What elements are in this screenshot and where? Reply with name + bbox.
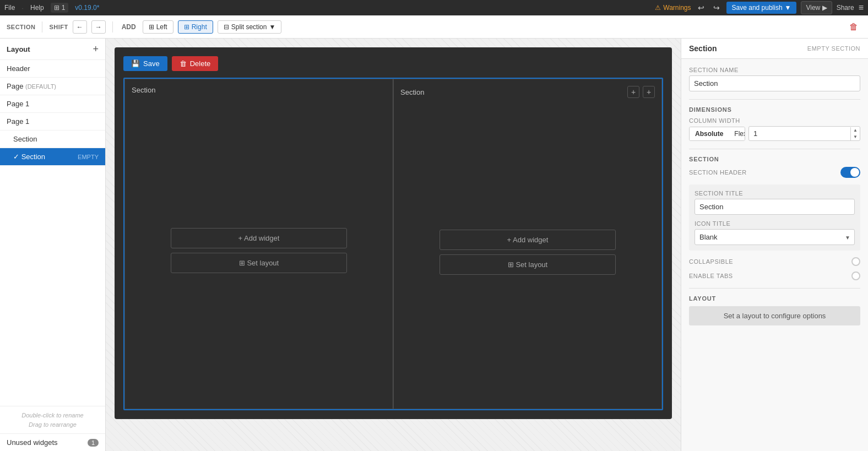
right-section-add-plus2[interactable]: + [643, 86, 655, 98]
sidebar-items: Header Page (DEFAULT) Page 1 Page 1 Sect… [0, 60, 105, 406]
sidebar-item-page1[interactable]: Page 1 [0, 95, 105, 113]
section-name-label: SECTION NAME [689, 67, 860, 73]
right-button[interactable]: ⊞ Right [178, 20, 213, 34]
right-panel-header: Section EMPTY SECTION [681, 39, 868, 59]
redo-button[interactable]: ↪ [711, 2, 722, 13]
left-add-widget-button[interactable]: + Add widget [171, 228, 347, 248]
column-width-down[interactable]: ▼ [851, 134, 860, 140]
section-title-label: SECTION TITLE [695, 190, 855, 197]
canvas-delete-button[interactable]: 🗑 Delete [172, 56, 219, 71]
left-section-col: Section + Add widget ⊞ Set layout [124, 79, 393, 409]
share-button[interactable]: Share [837, 4, 854, 12]
column-width-toggle: Absolute Flex [689, 127, 745, 141]
left-section-label: Section [132, 86, 155, 94]
column-width-input[interactable] [749, 127, 850, 140]
save-publish-button[interactable]: Save and publish ▼ [726, 2, 797, 14]
prev-section-button[interactable]: ← [73, 20, 87, 34]
hint-rename: Double-click to rename [7, 411, 99, 420]
right-section-add-plus[interactable]: + [627, 86, 639, 98]
section-header-label: SECTION HEADER [689, 169, 747, 176]
next-section-button[interactable]: → [91, 20, 106, 34]
right-set-layout-button[interactable]: ⊞ Set layout [440, 254, 616, 275]
right-panel-subtitle: EMPTY SECTION [807, 45, 860, 52]
left-section-header: Section [132, 86, 386, 94]
layout-configure-button[interactable]: Set a layout to configure options [689, 306, 860, 325]
right-section-col: Section + + + Add widget ⊞ Set layout [393, 79, 662, 409]
right-section-widgets: + Add widget ⊞ Set layout [400, 102, 655, 402]
section-block: SECTION SECTION HEADER SECTION TITLE [689, 149, 860, 280]
undo-button[interactable]: ↩ [696, 2, 707, 13]
unused-count-badge: 1 [88, 439, 99, 447]
flex-button[interactable]: Flex [729, 127, 745, 140]
view-button[interactable]: View ▶ [801, 1, 832, 14]
right-section-label: Section [400, 88, 424, 96]
dimensions-block: DIMENSIONS COLUMN WIDTH Absolute Flex ▲ … [689, 99, 860, 141]
left-button[interactable]: ⊞ Left [143, 20, 173, 34]
section-title-input[interactable] [695, 199, 855, 215]
right-panel-title: Section [689, 44, 717, 53]
version-label: v0.19.0* [75, 4, 99, 12]
section-toolbar-label: SECTION [7, 24, 35, 30]
sidebar-header: Layout + [0, 39, 105, 60]
enable-tabs-label: ENABLE TABS [689, 273, 733, 279]
toolbar-divider-2 [112, 21, 113, 32]
sidebar-footer: Double-click to rename Drag to rearrange [0, 406, 105, 433]
icon-title-select[interactable]: Blank [695, 229, 855, 245]
collapsible-radio[interactable] [851, 257, 860, 266]
canvas-container: 💾 Save 🗑 Delete Section + Add widget ⊞ S [115, 47, 672, 419]
sidebar: Layout + Header Page (DEFAULT) Page 1 Pa… [0, 39, 106, 451]
shift-label: SHIFT [49, 24, 68, 30]
main-layout: Layout + Header Page (DEFAULT) Page 1 Pa… [0, 39, 868, 451]
add-layout-button[interactable]: + [93, 44, 99, 54]
column-width-label: COLUMN WIDTH [689, 117, 860, 124]
canvas-save-button[interactable]: 💾 Save [123, 56, 167, 71]
right-panel-body: SECTION NAME DIMENSIONS COLUMN WIDTH Abs… [681, 59, 868, 333]
sidebar-item-page-default[interactable]: Page (DEFAULT) [0, 78, 105, 95]
left-section-widgets: + Add widget ⊞ Set layout [132, 99, 386, 402]
absolute-button[interactable]: Absolute [690, 127, 729, 140]
delete-section-button[interactable]: 🗑 [846, 20, 861, 34]
section-block-label: SECTION [689, 156, 860, 162]
sidebar-title: Layout [7, 45, 30, 53]
section-name-input[interactable] [689, 75, 860, 91]
help-menu[interactable]: Help [30, 4, 44, 12]
sidebar-item-page1-sub[interactable]: Page 1 [0, 113, 105, 131]
section-name-block: SECTION NAME [689, 67, 860, 91]
column-width-up[interactable]: ▲ [851, 127, 860, 134]
split-icon: ⊟ [224, 23, 229, 31]
split-section-button[interactable]: ⊟ Split section ▼ [218, 20, 282, 34]
left-icon: ⊞ [149, 23, 154, 31]
top-bar: File · Help ⊞ 1 v0.19.0* ⚠ Warnings ↩ ↪ … [0, 0, 868, 15]
section-empty-badge: EMPTY [78, 154, 99, 160]
menu-button[interactable]: ≡ [859, 3, 864, 13]
delete-icon: 🗑 [180, 59, 187, 68]
sidebar-item-header[interactable]: Header [0, 60, 105, 78]
sidebar-unused-widgets[interactable]: Unused widgets 1 [0, 433, 105, 451]
add-label: ADD [120, 23, 138, 31]
layout-block-label: LAYOUT [689, 295, 860, 302]
enable-tabs-radio[interactable] [851, 271, 860, 280]
sidebar-item-section[interactable]: Section [0, 131, 105, 148]
section-config-inset: SECTION TITLE ICON TITLE Blank [689, 184, 860, 251]
layout-block: LAYOUT Set a layout to configure options [689, 288, 860, 325]
right-section-header: Section + + [400, 86, 655, 98]
collapsible-label: COLLAPSIBLE [689, 258, 733, 265]
right-add-widget-button[interactable]: + Add widget [440, 230, 616, 250]
left-set-layout-button[interactable]: ⊞ Set layout [171, 253, 347, 273]
save-icon: 💾 [131, 59, 140, 68]
pages-indicator: ⊞ 1 [51, 3, 69, 13]
sections-row: Section + Add widget ⊞ Set layout Sectio… [123, 78, 663, 410]
file-menu[interactable]: File [4, 4, 15, 12]
warnings-button[interactable]: ⚠ Warnings [655, 4, 691, 12]
section-header-toggle[interactable] [840, 167, 860, 178]
toolbar-divider-1 [42, 21, 42, 32]
right-panel: Section EMPTY SECTION SECTION NAME DIMEN… [681, 39, 868, 451]
canvas-area: 💾 Save 🗑 Delete Section + Add widget ⊞ S [106, 39, 681, 451]
sidebar-item-section-active[interactable]: ✓ Section EMPTY [0, 148, 105, 166]
icon-title-label: ICON TITLE [695, 220, 855, 227]
toolbar: SECTION SHIFT ← → ADD ⊞ Left ⊞ Right ⊟ S… [0, 15, 868, 39]
dimensions-label: DIMENSIONS [689, 106, 860, 113]
canvas-actions: 💾 Save 🗑 Delete [123, 56, 663, 71]
hint-drag: Drag to rearrange [7, 420, 99, 430]
right-icon: ⊞ [184, 23, 189, 31]
